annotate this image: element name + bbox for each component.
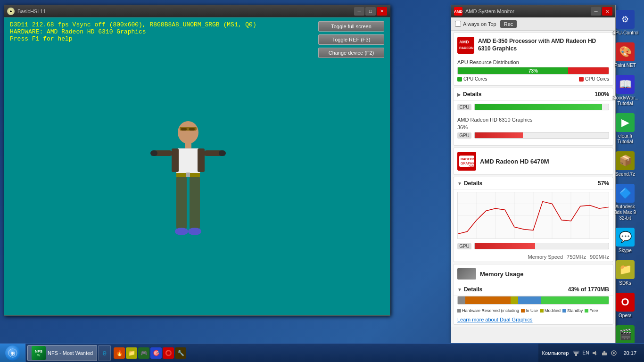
sdks-label: SDKs <box>619 280 631 286</box>
memory-details-header[interactable]: ▼ Details 43% of 1770MB <box>454 283 613 296</box>
minimize-button[interactable]: ─ <box>354 7 364 16</box>
amd-minimize-button[interactable]: ─ <box>591 7 601 16</box>
hardware-legend-dot <box>457 309 461 313</box>
gpu-legend-label: GPU Cores <box>585 76 609 82</box>
taskbar-icon-3[interactable]: 🎮 <box>138 347 149 359</box>
cpu-bar-fill <box>475 104 602 110</box>
always-on-top-label: Always on Top <box>463 21 496 27</box>
free-legend-label: Free <box>589 308 598 313</box>
memory-free-bar <box>541 296 609 304</box>
tray-icon-volume[interactable]: ) <box>591 349 599 357</box>
paintnet-label: Paint.NET <box>614 63 636 68</box>
desktop-icon-paintnet[interactable]: 🎨 Paint.NET <box>610 41 640 70</box>
legend-free: Free <box>585 308 598 313</box>
desktop-icon-skype[interactable]: 💬 Skype <box>610 226 640 255</box>
taskbar-item-nfs[interactable]: NFS W NFS - Most Wanted <box>27 345 97 361</box>
desktop-icon-clearfi[interactable]: ▶ clear.fi Tutorial <box>610 112 640 146</box>
basichlsl-icon: ● <box>7 8 15 15</box>
resource-legend: CPU Cores GPU Cores <box>457 76 609 82</box>
start-button[interactable]: ⊞ <box>0 344 25 362</box>
change-device-button[interactable]: Change device (F2) <box>318 48 384 58</box>
svg-rect-3 <box>189 128 195 131</box>
tray-icon-extra[interactable] <box>610 349 618 357</box>
desktop-icon-opera[interactable]: O Opera <box>610 291 640 320</box>
svg-text:): ) <box>596 352 597 355</box>
taskbar-clock[interactable]: 20:17 <box>619 350 640 356</box>
amd-logo: AMD <box>454 7 462 16</box>
basichlsl-titlebar[interactable]: ● BasicHSL11 ─ □ ✕ <box>4 5 390 17</box>
svg-rect-15 <box>190 177 200 229</box>
gpu-details-arrow: ▼ <box>457 181 462 186</box>
svg-text:RADEON: RADEON <box>461 157 475 161</box>
gpu-usage-bar-container <box>474 243 609 249</box>
svg-text:⊞: ⊞ <box>10 351 15 356</box>
memory-speed-row: Memory Speed 750MHz 900MHz <box>454 253 613 262</box>
memory-details-value: 43% of 1770MB <box>568 286 609 293</box>
rec-button[interactable]: Rec <box>500 20 517 28</box>
maximize-button[interactable]: □ <box>365 7 376 16</box>
gpu-6310-percent-row: 36% <box>454 124 613 130</box>
memory-modified-bar <box>511 296 518 304</box>
close-button[interactable]: ✕ <box>377 7 387 16</box>
dual-graphics-link[interactable]: Learn more about Dual Graphics <box>454 315 613 324</box>
taskbar-icon-4[interactable]: 🎯 <box>150 347 162 359</box>
gpu-bar-label: GPU <box>457 132 471 139</box>
taskbar-icon-5[interactable]: ⭕ <box>163 347 174 359</box>
ie-icon: e <box>102 349 107 357</box>
taskbar-icon-2[interactable]: 📁 <box>126 347 137 359</box>
cpu-details-header[interactable]: ▶ Details 100% <box>454 88 613 101</box>
taskbar-quick-launch: 🔥 📁 🎮 🎯 ⭕ 🔧 <box>112 347 188 359</box>
tray-icon-network[interactable] <box>572 349 580 357</box>
desktop-icon-seend[interactable]: 📦 Seend.7z <box>610 150 640 179</box>
amd-content-area: AMD RADEON AMD E-350 Processor with AMD … <box>451 31 615 344</box>
desktop-icon-sdks[interactable]: 📁 SDKs <box>610 259 640 288</box>
desktop: ● BasicHSL11 ─ □ ✕ D3D11 212.68 fps Vsyn… <box>0 0 644 362</box>
desktop-icon-bloodyword[interactable]: 📖 BloodyWor... Tutorial <box>610 74 640 108</box>
taskbar-items: NFS W NFS - Most Wanted e 🔥 📁 🎮 🎯 ⭕ 🔧 <box>25 344 538 362</box>
taskbar-item-ie[interactable]: e <box>98 345 111 361</box>
taskbar-icon-1[interactable]: 🔥 <box>114 347 125 359</box>
svg-rect-14 <box>176 177 187 229</box>
desktop-icon-autodesk[interactable]: 🔷 Autodesk 3ds Max 9 32-bit <box>610 182 640 222</box>
amd-monitor-window: AMD AMD System Monitor ─ ✕ Always on Top… <box>451 5 616 344</box>
svg-point-16 <box>175 228 188 235</box>
amd-scroll-content[interactable]: AMD RADEON AMD E-350 Processor with AMD … <box>451 31 615 327</box>
amd-titlebar[interactable]: AMD AMD System Monitor ─ ✕ <box>451 5 615 17</box>
svg-point-0 <box>178 121 198 144</box>
details-arrow-icon: ▶ <box>457 92 461 97</box>
taskbar-icon-6[interactable]: 🔧 <box>175 347 186 359</box>
tray-icon-power[interactable] <box>601 349 608 357</box>
svg-marker-41 <box>593 351 596 355</box>
memory-title: Memory Usage <box>480 271 523 278</box>
cpu-control-icon: ⚙ <box>616 10 635 29</box>
skype-icon: 💬 <box>616 228 635 247</box>
always-on-top-control: Always on Top <box>455 21 496 27</box>
svg-rect-2 <box>181 128 187 131</box>
gpu-card-logo: RADEON GRAPHICS AMD <box>457 152 476 171</box>
gpu-card-name: AMD Radeon HD 6470M <box>480 158 549 165</box>
tray-icon-lang[interactable]: EN <box>582 349 589 357</box>
gpu-card-header: RADEON GRAPHICS AMD AMD Radeon HD 6470M <box>454 148 613 174</box>
standby-legend-dot <box>562 309 566 313</box>
toggle-ref-button[interactable]: Toggle REF (F3) <box>318 34 384 45</box>
always-on-top-checkbox[interactable] <box>455 21 461 27</box>
apu-header: AMD RADEON AMD E-350 Processor with AMD … <box>454 33 613 58</box>
gpu-details-header[interactable]: ▼ Details 57% <box>454 177 613 190</box>
svg-rect-44 <box>603 351 605 353</box>
skype-label: Skype <box>619 248 632 254</box>
toggle-fullscreen-button[interactable]: Toggle full screen <box>318 21 384 32</box>
svg-rect-13 <box>186 173 190 177</box>
gpu-legend-dot <box>579 77 584 82</box>
gpu-details-section: ▼ Details 57% <box>453 177 613 262</box>
svg-rect-11 <box>219 150 226 156</box>
desktop-icon-cpu-control[interactable]: ⚙ CPU-Control <box>610 8 640 37</box>
resource-bar-label: 73% <box>458 67 609 74</box>
svg-rect-40 <box>573 351 579 353</box>
taskbar-tray: Компьютер EN ) <box>538 344 644 362</box>
apu-name: AMD E-350 Processor with AMD Radeon HD 6… <box>478 38 609 52</box>
memory-details-arrow: ▼ <box>457 287 462 292</box>
desktop-icons: ⚙ CPU-Control 🎨 Paint.NET 📖 BloodyWor...… <box>606 5 644 362</box>
memory-section: Memory Usage ▼ Details 43% of 1770MB <box>453 264 613 325</box>
start-orb-icon: ⊞ <box>5 346 20 361</box>
apu-logo: AMD RADEON <box>457 37 474 54</box>
